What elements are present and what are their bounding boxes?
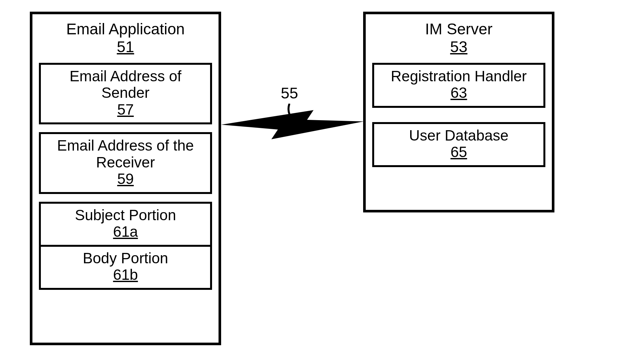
sender-address-ref: 57 (45, 101, 206, 118)
subject-portion-title: Subject Portion (45, 207, 206, 224)
svg-marker-0 (221, 110, 364, 139)
receiver-address-ref: 59 (45, 171, 206, 188)
registration-handler-ref: 63 (378, 85, 540, 101)
connection-bolt-icon (221, 107, 364, 149)
user-database-box: User Database 65 (372, 122, 545, 167)
registration-handler-box: Registration Handler 63 (372, 63, 545, 108)
diagram-canvas: Email Application 51 Email Address of Se… (0, 0, 629, 364)
email-application-ref: 51 (39, 39, 212, 56)
subject-portion-box: Subject Portion 61a (39, 202, 212, 247)
body-portion-title: Body Portion (45, 250, 206, 267)
email-application-box: Email Application 51 Email Address of Se… (30, 12, 221, 345)
user-database-title: User Database (378, 127, 540, 144)
im-server-box: IM Server 53 Registration Handler 63 Use… (363, 12, 554, 212)
receiver-address-box: Email Address of the Receiver 59 (39, 132, 212, 194)
user-database-ref: 65 (378, 144, 540, 161)
connection-label: 55 (281, 84, 298, 102)
sender-address-title: Email Address of Sender (45, 68, 206, 101)
registration-handler-title: Registration Handler (378, 68, 540, 85)
subject-portion-ref: 61a (45, 223, 206, 240)
im-server-title: IM Server (372, 21, 545, 38)
receiver-address-title: Email Address of the Receiver (45, 137, 206, 171)
body-portion-ref: 61b (45, 267, 206, 283)
body-portion-box: Body Portion 61b (39, 247, 212, 290)
sender-address-box: Email Address of Sender 57 (39, 63, 212, 125)
email-application-title: Email Application (39, 21, 212, 38)
im-server-ref: 53 (372, 39, 545, 56)
